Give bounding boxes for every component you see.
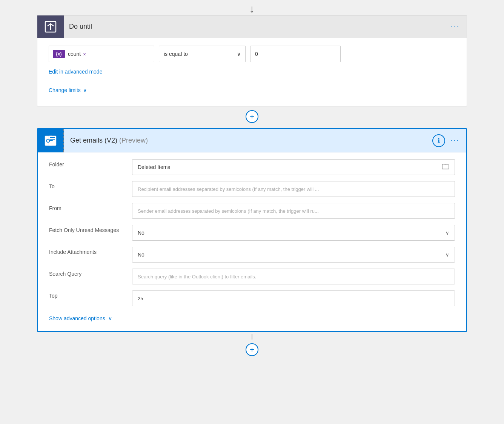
folder-row: Folder Deleted Items — [49, 156, 455, 178]
fetch-unread-select[interactable]: No ∨ — [132, 225, 455, 241]
svg-rect-8 — [50, 140, 53, 141]
fetch-unread-row: Fetch Only Unread Messages No ∨ — [49, 222, 455, 244]
preview-label: (Preview) — [119, 137, 148, 144]
to-row: To — [49, 178, 455, 200]
add-bottom-step-button[interactable]: + — [246, 343, 258, 356]
top-input[interactable] — [132, 290, 455, 306]
fetch-unread-chevron-icon: ∨ — [446, 230, 449, 236]
do-until-menu-button[interactable]: ··· — [451, 23, 467, 31]
condition-row: {x} count × is equal to ∨ 0 — [49, 46, 455, 62]
condition-label: is equal to — [164, 51, 188, 57]
folder-label: Folder — [49, 156, 132, 167]
include-attachments-value: No — [138, 252, 144, 258]
include-attachments-input-container: No ∨ — [132, 244, 455, 266]
page-container: ↓ Do until ··· — [0, 0, 504, 424]
search-query-input[interactable] — [132, 269, 455, 284]
do-until-body: {x} count × is equal to ∨ 0 Edit in adva… — [37, 38, 467, 106]
folder-input-container: Deleted Items — [132, 156, 455, 178]
svg-text:O: O — [46, 138, 50, 144]
from-label: From — [49, 200, 132, 211]
show-advanced-label: Show advanced options — [49, 315, 105, 321]
svg-rect-7 — [50, 139, 55, 140]
top-row: Top — [49, 287, 455, 309]
from-row: From — [49, 200, 455, 222]
token-icon: {x} — [56, 51, 62, 57]
do-until-block: Do until ··· {x} count × is equal to ∨ — [37, 15, 467, 106]
folder-icon — [442, 163, 449, 171]
token-input[interactable]: {x} count × — [49, 46, 154, 62]
token-name: count — [68, 51, 81, 57]
form-body: Folder Deleted Items To — [38, 152, 466, 331]
do-until-icon — [37, 15, 64, 38]
folder-input[interactable]: Deleted Items — [132, 159, 455, 175]
token-close-button[interactable]: × — [83, 51, 86, 57]
to-input-container — [132, 178, 455, 200]
change-limits-label: Change limits — [49, 87, 81, 93]
top-label: Top — [49, 287, 132, 299]
fetch-unread-input-container: No ∨ — [132, 222, 455, 244]
bottom-section: + — [246, 334, 258, 360]
get-emails-header: O Get emails (V2) (Preview) ℹ ··· — [38, 129, 466, 152]
add-step-button[interactable]: + — [246, 110, 258, 123]
show-advanced-options-link[interactable]: Show advanced options ∨ — [49, 313, 455, 324]
condition-value-input[interactable]: 0 — [250, 46, 341, 62]
search-query-input-container — [132, 266, 455, 287]
edit-advanced-link[interactable]: Edit in advanced mode — [49, 69, 102, 75]
top-input-container — [132, 287, 455, 309]
get-emails-header-right: ℹ ··· — [432, 134, 466, 147]
do-until-header-left: Do until — [37, 15, 92, 38]
condition-value-text: 0 — [255, 51, 258, 57]
get-emails-title: Get emails (V2) (Preview) — [64, 137, 148, 144]
connector-line — [252, 334, 252, 340]
get-emails-block: O Get emails (V2) (Preview) ℹ ··· — [37, 128, 467, 332]
include-attachments-select[interactable]: No ∨ — [132, 247, 455, 263]
get-emails-header-left: O Get emails (V2) (Preview) — [38, 129, 148, 152]
change-limits-chevron-icon: ∨ — [83, 87, 87, 93]
fetch-unread-label: Fetch Only Unread Messages — [49, 222, 132, 233]
search-query-label: Search Query — [49, 266, 132, 277]
top-arrow-icon: ↓ — [249, 4, 255, 14]
condition-select[interactable]: is equal to ∨ — [159, 46, 246, 62]
include-attachments-label: Include Attachments — [49, 244, 132, 255]
condition-chevron-icon: ∨ — [237, 51, 241, 57]
do-until-title: Do until — [69, 23, 92, 31]
do-until-header: Do until ··· — [37, 15, 467, 38]
outlook-icon: O — [38, 129, 64, 152]
include-attachments-row: Include Attachments No ∨ — [49, 244, 455, 266]
info-button[interactable]: ℹ — [432, 134, 445, 147]
get-emails-menu-button[interactable]: ··· — [450, 137, 459, 144]
from-input-container — [132, 200, 455, 222]
fetch-unread-value: No — [138, 230, 144, 236]
token-badge: {x} — [53, 50, 65, 58]
include-attachments-chevron-icon: ∨ — [446, 252, 449, 258]
change-limits-link[interactable]: Change limits ∨ — [49, 87, 455, 93]
svg-rect-6 — [50, 137, 55, 138]
to-label: To — [49, 178, 132, 189]
search-query-row: Search Query — [49, 266, 455, 287]
show-advanced-chevron-icon: ∨ — [108, 315, 112, 321]
folder-value: Deleted Items — [138, 164, 170, 170]
from-input[interactable] — [132, 203, 455, 219]
to-input[interactable] — [132, 181, 455, 197]
divider — [49, 81, 455, 81]
